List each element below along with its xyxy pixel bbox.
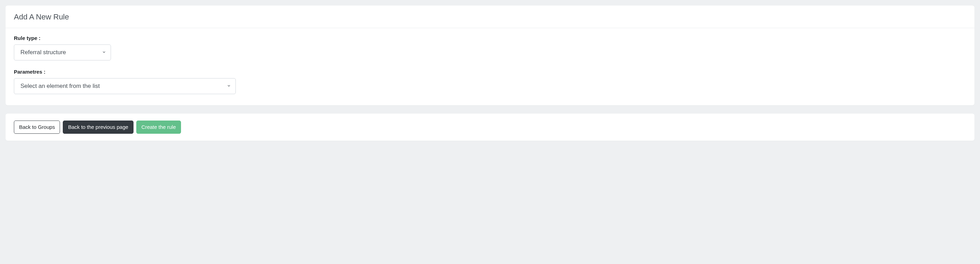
actions-card: Back to Groups Back to the previous page… (6, 114, 974, 141)
back-previous-button[interactable]: Back to the previous page (63, 120, 133, 134)
parametres-select[interactable]: Select an element from the list (14, 78, 236, 94)
rule-type-select[interactable]: Referral structure (14, 45, 111, 61)
create-rule-button[interactable]: Create the rule (136, 120, 181, 134)
parametres-group: Parametres : Select an element from the … (14, 69, 966, 94)
rule-type-group: Rule type : Referral structure (14, 35, 966, 61)
button-row: Back to Groups Back to the previous page… (14, 120, 966, 134)
add-rule-card: Add A New Rule Rule type : Referral stru… (6, 6, 974, 105)
parametres-select-wrapper: Select an element from the list (14, 78, 236, 94)
parametres-label: Parametres : (14, 69, 966, 75)
card-body: Rule type : Referral structure Parametre… (6, 28, 974, 105)
back-to-groups-button[interactable]: Back to Groups (14, 120, 60, 134)
card-header: Add A New Rule (6, 6, 974, 28)
rule-type-label: Rule type : (14, 35, 966, 41)
page-title: Add A New Rule (14, 13, 966, 22)
rule-type-select-wrapper: Referral structure (14, 45, 111, 61)
